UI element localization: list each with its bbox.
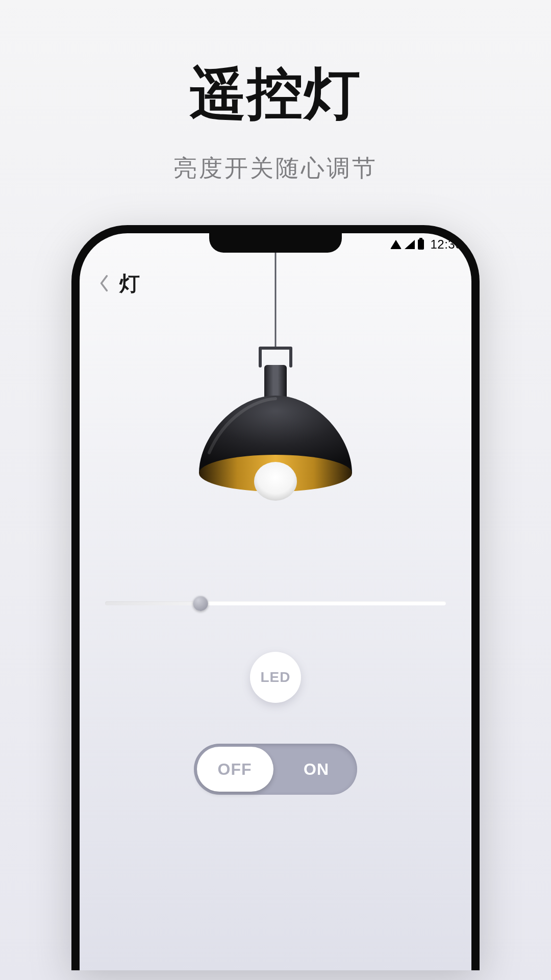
svg-rect-1	[264, 365, 287, 400]
promo-title: 遥控灯	[190, 56, 361, 132]
led-mode-button[interactable]: LED	[250, 652, 301, 703]
slider-thumb[interactable]	[193, 596, 208, 611]
phone-notch	[209, 233, 342, 253]
chevron-left-icon	[98, 274, 110, 292]
slider-track	[105, 601, 446, 605]
cellular-signal-icon	[405, 240, 415, 249]
brightness-slider[interactable]	[105, 596, 446, 611]
power-toggle[interactable]: OFF ON	[194, 744, 357, 795]
toggle-off-label: OFF	[194, 760, 276, 779]
screen-header: 灯	[80, 268, 471, 299]
toggle-on-label: ON	[276, 760, 357, 779]
svg-point-2	[199, 455, 352, 492]
battery-icon	[418, 239, 424, 250]
slider-fill	[105, 601, 201, 605]
led-label: LED	[261, 669, 291, 685]
wifi-icon	[390, 240, 402, 249]
screen-title: 灯	[119, 270, 140, 298]
promo-subtitle: 亮度开关随心调节	[173, 153, 378, 184]
back-button[interactable]	[93, 272, 115, 295]
svg-point-3	[254, 462, 297, 501]
phone-mockup: 12:30 灯	[71, 225, 480, 970]
status-clock: 12:30	[430, 237, 462, 252]
